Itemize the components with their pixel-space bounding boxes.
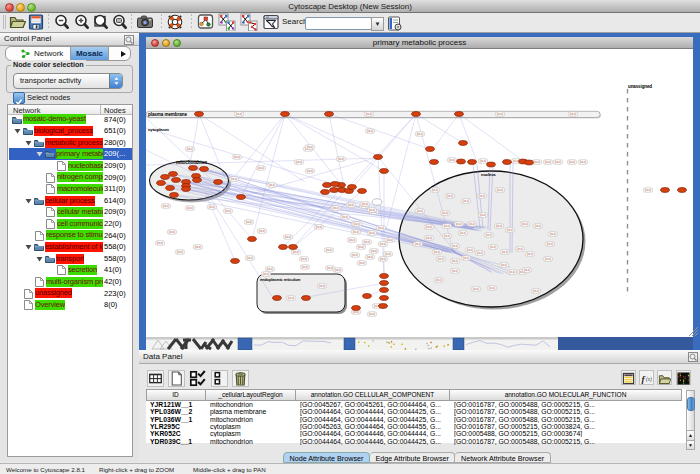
svg-text:(xx-x): (xx-x) [417, 132, 424, 136]
svg-text:(xx-x): (xx-x) [477, 251, 484, 255]
svg-text:(xx-x): (xx-x) [570, 112, 577, 116]
svg-text:(xx-x): (xx-x) [517, 247, 524, 251]
svg-text:(xx-x): (xx-x) [460, 231, 467, 235]
svg-text:(xx-x): (xx-x) [434, 250, 441, 254]
svg-text:(xx-x): (xx-x) [225, 209, 232, 213]
svg-text:(xx-x): (xx-x) [569, 160, 576, 164]
svg-text:endoplasmic reticulum: endoplasmic reticulum [260, 277, 301, 282]
svg-text:(xx-x): (xx-x) [533, 289, 540, 293]
svg-text:(xx-x): (xx-x) [449, 158, 456, 162]
svg-text:(xx-x): (xx-x) [333, 206, 340, 210]
svg-text:(xx-x): (xx-x) [316, 225, 323, 229]
svg-text:(xx-x): (xx-x) [369, 208, 376, 212]
svg-text:(xx-x): (xx-x) [444, 234, 451, 238]
svg-text:(xx-x): (xx-x) [380, 242, 387, 246]
svg-text:(xx-x): (xx-x) [480, 213, 487, 217]
svg-text:(xx-x): (xx-x) [444, 224, 451, 228]
svg-text:(xx-x): (xx-x) [378, 226, 385, 230]
svg-text:(xx-x): (xx-x) [293, 250, 300, 254]
svg-text:(xx-x): (xx-x) [467, 248, 474, 252]
svg-text:(xx-x): (xx-x) [371, 249, 378, 253]
svg-text:(xx-x): (xx-x) [432, 188, 439, 192]
svg-text:(xx-x): (xx-x) [366, 112, 373, 116]
svg-text:(xx-x): (xx-x) [247, 256, 254, 260]
svg-text:(xx-x): (xx-x) [417, 209, 424, 213]
svg-text:(xx-x): (xx-x) [169, 230, 176, 234]
svg-text:(xx-x): (xx-x) [535, 224, 542, 228]
svg-text:(xx-x): (xx-x) [456, 222, 463, 226]
svg-text:(xx-x): (xx-x) [259, 229, 266, 233]
svg-text:(xx-x): (xx-x) [489, 286, 496, 290]
svg-text:(xx-x): (xx-x) [342, 215, 349, 219]
svg-text:(xx-x): (xx-x) [364, 240, 371, 244]
svg-text:(xx-x): (xx-x) [547, 242, 554, 246]
svg-text:(xx-x): (xx-x) [497, 112, 504, 116]
svg-text:(xx-x): (xx-x) [380, 257, 387, 261]
svg-text:(xx-x): (xx-x) [246, 220, 253, 224]
svg-text:(xx-x): (xx-x) [479, 194, 486, 198]
svg-text:(xx-x): (xx-x) [436, 278, 443, 282]
svg-text:(xx-x): (xx-x) [490, 245, 497, 249]
svg-text:(xx-x): (xx-x) [269, 183, 276, 187]
svg-text:(xx-x): (xx-x) [387, 238, 394, 242]
svg-text:(xx-x): (xx-x) [550, 232, 557, 236]
svg-text:(xx-x): (xx-x) [527, 252, 534, 256]
svg-text:(xx-x): (xx-x) [359, 261, 366, 265]
svg-text:(xx-x): (xx-x) [463, 256, 470, 260]
svg-text:mitochondrion: mitochondrion [176, 160, 207, 165]
svg-text:(xx-x): (xx-x) [452, 259, 459, 263]
svg-text:(xx-x): (xx-x) [349, 238, 356, 242]
svg-text:(xx-x): (xx-x) [327, 266, 334, 270]
svg-text:(xx-x): (xx-x) [353, 230, 360, 234]
svg-text:(xx-x): (xx-x) [496, 224, 503, 228]
svg-text:(xx-x): (xx-x) [522, 222, 529, 226]
svg-text:(xx-x): (xx-x) [447, 194, 454, 198]
svg-text:(xx-x): (xx-x) [545, 257, 552, 261]
svg-text:(xx-x): (xx-x) [473, 287, 480, 291]
svg-text:(xx-x): (xx-x) [369, 312, 376, 316]
svg-text:(xx-x): (xx-x) [415, 242, 422, 246]
svg-text:(xx-x): (xx-x) [452, 269, 459, 273]
svg-text:(xx-x): (xx-x) [285, 235, 292, 239]
svg-text:(xx-x): (xx-x) [258, 166, 265, 170]
svg-text:(xx-x): (xx-x) [452, 244, 459, 248]
svg-text:(xx-x): (xx-x) [501, 263, 508, 267]
svg-text:(xx-x): (xx-x) [288, 296, 295, 300]
svg-text:(xx-x): (xx-x) [296, 160, 303, 164]
svg-text:(xx-x): (xx-x) [301, 257, 308, 261]
svg-text:(xx-x): (xx-x) [209, 205, 216, 209]
svg-text:(xx-x): (xx-x) [438, 257, 445, 261]
svg-text:(xx-x): (xx-x) [177, 250, 184, 254]
svg-text:(xx-x): (xx-x) [580, 160, 587, 164]
svg-text:(xx-x): (xx-x) [195, 245, 202, 249]
svg-text:(xx-x): (xx-x) [367, 255, 374, 259]
svg-text:(xx-x): (xx-x) [507, 228, 514, 232]
svg-text:(xx-x): (xx-x) [354, 222, 361, 226]
svg-text:cytoplasm: cytoplasm [148, 127, 169, 132]
svg-text:(xx-x): (xx-x) [236, 112, 243, 116]
svg-text:(xx-x): (xx-x) [358, 245, 365, 249]
svg-text:(xx-x): (xx-x) [231, 177, 238, 181]
svg-text:(xx-x): (xx-x) [267, 267, 274, 271]
svg-text:(xx-x): (xx-x) [426, 236, 433, 240]
svg-text:(xx-x): (xx-x) [497, 188, 504, 192]
svg-text:(xx-x): (xx-x) [369, 231, 376, 235]
svg-text:(xx-x): (xx-x) [187, 206, 194, 210]
svg-text:(xx-x): (xx-x) [509, 270, 516, 274]
svg-text:(xx-x): (xx-x) [502, 250, 509, 254]
svg-text:(xx-x): (xx-x) [469, 222, 476, 226]
svg-text:(xx-x): (xx-x) [426, 225, 433, 229]
svg-text:(xx-x): (xx-x) [307, 169, 314, 173]
svg-text:(xx-x): (xx-x) [338, 157, 345, 161]
svg-text:(xx-x): (xx-x) [353, 310, 360, 314]
svg-text:(xx-x): (xx-x) [352, 253, 359, 257]
svg-text:(xx-x): (xx-x) [348, 203, 355, 207]
svg-text:(xx-x): (xx-x) [362, 202, 369, 206]
svg-text:(xx-x): (xx-x) [534, 160, 541, 164]
svg-text:(xx-x): (xx-x) [385, 252, 392, 256]
svg-text:nucleus: nucleus [481, 172, 497, 177]
svg-text:(xx-x): (xx-x) [302, 265, 309, 269]
svg-text:(xx-x): (xx-x) [367, 129, 374, 133]
svg-text:(xx-x): (xx-x) [157, 241, 164, 245]
svg-text:plasma membrane: plasma membrane [148, 112, 187, 117]
